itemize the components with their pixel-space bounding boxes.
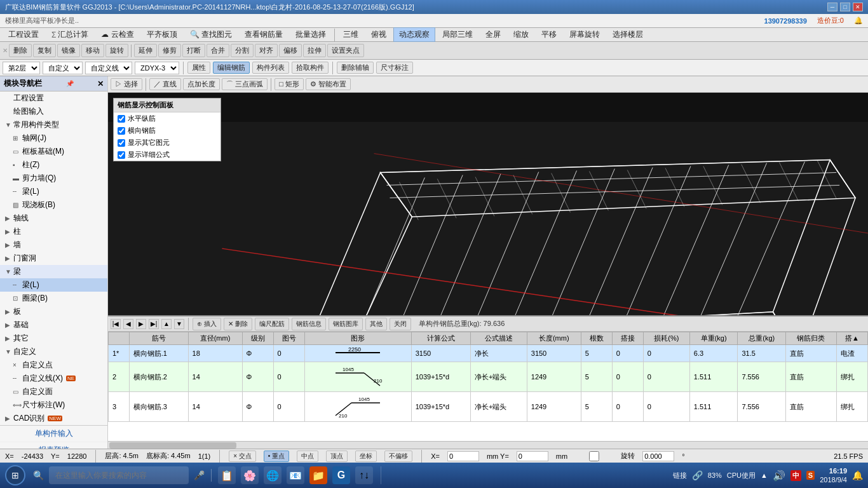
sidebar-item-beams[interactable]: ▼ 梁	[0, 265, 107, 278]
sidebar-item-custom[interactable]: ▼ 自定义	[0, 345, 107, 358]
menu-item-rotate[interactable]: 屏幕旋转	[564, 27, 606, 42]
nav-prev-btn[interactable]: ◀	[123, 319, 133, 329]
sidebar-item-custom-face[interactable]: ▭ 自定义面	[0, 385, 107, 398]
align-btn[interactable]: 对齐	[255, 44, 278, 57]
snap-no-offset-btn[interactable]: 不偏移	[384, 451, 412, 462]
scale-rebar-btn[interactable]: 编尺配筋	[255, 318, 289, 330]
nav-first-btn[interactable]: |◀	[111, 319, 121, 329]
sidebar-item-foundation[interactable]: ▶ 基础	[0, 318, 107, 332]
sidebar-item-other[interactable]: ▶ 其它	[0, 332, 107, 345]
menu-item-orbit[interactable]: 动态观察	[393, 27, 435, 42]
taskbar-app-7[interactable]: ↑↓	[355, 466, 373, 484]
sidebar-pin-icon[interactable]: 📌	[66, 80, 74, 87]
snap-coord-btn[interactable]: 坐标	[355, 451, 377, 462]
drawing-area[interactable]: ▷ 选择 ／ 直线 点加长度 ⌒ 三点画弧 □ 矩形 ⚙ 智能布置 钢筋显示控制…	[108, 76, 868, 449]
menu-item-zoom[interactable]: 缩放	[508, 27, 534, 42]
sidebar-item-beam-l2[interactable]: ╌ 梁(L)	[0, 278, 107, 292]
show-formula-cb[interactable]	[118, 151, 125, 159]
show-other-cb[interactable]	[118, 139, 125, 147]
table-row[interactable]: 3 横向钢筋.3 14 Φ 0 210 1045	[109, 392, 868, 422]
prop-btn[interactable]: 属性	[187, 62, 210, 74]
smart-layout-btn[interactable]: ⚙ 智能布置	[306, 78, 351, 90]
stretch-btn[interactable]: 拉伸	[303, 44, 326, 57]
table-row[interactable]: 1* 横向钢筋.1 18 Φ 0 2250 3150	[109, 345, 868, 362]
taskbar-search[interactable]	[49, 466, 189, 484]
menu-item-find[interactable]: 🔍 查找图元	[184, 27, 238, 42]
move-btn[interactable]: 移动	[81, 44, 104, 57]
menu-item-top[interactable]: 俯视	[365, 27, 392, 42]
comp-list-btn[interactable]: 构件列表	[252, 62, 289, 74]
custom-select2[interactable]: 自定义线	[85, 62, 132, 74]
nav-next-btn[interactable]: ▶	[136, 319, 146, 329]
sidebar-item-ringbeam[interactable]: ⊡ 圈梁(B)	[0, 292, 107, 305]
merge-btn[interactable]: 合并	[207, 44, 229, 57]
hriz-rebar-cb[interactable]	[118, 115, 125, 123]
insert-btn[interactable]: ⊕ 插入	[193, 318, 221, 330]
break-btn[interactable]: 打断	[182, 44, 205, 57]
report-preview-btn[interactable]: 报表预览	[0, 442, 107, 449]
sidebar-item-walls[interactable]: ▶ 墙	[0, 238, 107, 252]
rebar-lib-btn[interactable]: 钢筋图库	[329, 318, 363, 330]
menu-item-pan[interactable]: 平移	[536, 27, 562, 42]
sidebar-item-axes[interactable]: ▶ 轴线	[0, 212, 107, 225]
menu-item-cloud[interactable]: ☁ 云检查	[95, 27, 139, 42]
rotate-btn[interactable]: 旋转	[105, 44, 128, 57]
menu-item-local3d[interactable]: 局部三维	[437, 27, 478, 42]
minimize-btn[interactable]: ─	[827, 3, 837, 11]
custom-select1[interactable]: 自定义	[43, 62, 83, 74]
floor-select[interactable]: 第2层	[3, 62, 40, 74]
menu-item-fullscreen[interactable]: 全屏	[480, 27, 506, 42]
zdyx-select[interactable]: ZDYX-3	[135, 62, 179, 74]
extend-btn[interactable]: 延伸	[134, 44, 157, 57]
arc-btn[interactable]: ⌒ 三点画弧	[222, 78, 268, 90]
taskbar-app-g[interactable]: G	[332, 466, 350, 484]
grip-btn[interactable]: 设置夹点	[327, 44, 364, 57]
select-btn[interactable]: ▷ 选择	[111, 78, 142, 90]
sidebar-item-raft[interactable]: ▭ 框板基础(M)	[0, 145, 107, 158]
snap-endpoint-btn[interactable]: • 重点	[264, 451, 289, 462]
delete-btn[interactable]: 删除	[9, 44, 32, 57]
vert-rebar-cb[interactable]	[118, 127, 125, 135]
offset-btn[interactable]: 偏移	[279, 44, 302, 57]
table-hscroll[interactable]	[108, 441, 868, 449]
rotate-cb[interactable]	[575, 451, 613, 461]
single-comp-btn[interactable]: 单构件输入	[0, 426, 107, 442]
sidebar-item-cols[interactable]: ▶ 柱	[0, 225, 107, 238]
sidebar-item-settings[interactable]: 工程设置	[0, 92, 107, 105]
x-input[interactable]	[447, 451, 479, 461]
notif-bell-icon[interactable]: 🔔	[854, 17, 863, 25]
menu-item-batch[interactable]: 批量选择	[290, 27, 332, 42]
mirror-btn[interactable]: 镜像	[57, 44, 80, 57]
menu-item-settings[interactable]: 工程设置	[3, 27, 44, 42]
menu-item-calc[interactable]: Σ 汇总计算	[46, 27, 94, 42]
copy-btn[interactable]: 复制	[33, 44, 56, 57]
sidebar-item-beam-l[interactable]: ╌ 梁(L)	[0, 185, 107, 198]
sidebar-item-common[interactable]: ▼ 常用构件类型	[0, 118, 107, 132]
other-btn[interactable]: 其他	[365, 318, 387, 330]
menu-item-view-rebar[interactable]: 查看钢筋量	[239, 27, 288, 42]
sidebar-item-shearwall[interactable]: ▬ 剪力墙(Q)	[0, 172, 107, 185]
nav-last-btn[interactable]: ▶|	[149, 319, 159, 329]
split-btn[interactable]: 分割	[231, 44, 254, 57]
scroll-thumb[interactable]	[109, 442, 236, 449]
taskbar-app-5[interactable]: 📁	[309, 466, 327, 484]
pick-comp-btn[interactable]: 拾取构件	[292, 62, 329, 74]
taskbar-app-1[interactable]: 📋	[218, 466, 236, 484]
sidebar-item-slab[interactable]: ▨ 现浇板(B)	[0, 198, 107, 212]
notif-phone[interactable]: 13907298339	[764, 17, 807, 25]
sidebar-item-slabs2[interactable]: ▶ 板	[0, 305, 107, 318]
taskbar-app-2[interactable]: 🌸	[241, 466, 259, 484]
taskbar-app-4[interactable]: 📧	[287, 466, 304, 484]
sidebar-close-icon[interactable]: ✕	[97, 79, 104, 88]
sidebar-item-custom-line[interactable]: ╌ 自定义线(X) NE	[0, 372, 107, 385]
sidebar-item-openings[interactable]: ▶ 门窗洞	[0, 252, 107, 265]
dim-btn[interactable]: 尺寸标注	[376, 62, 413, 74]
sidebar-item-axis[interactable]: ⊞ 轴网(J)	[0, 132, 107, 145]
sidebar-item-dimension[interactable]: ⟺ 尺寸标注(W)	[0, 398, 107, 412]
sidebar-item-custom-pt[interactable]: × 自定义点	[0, 358, 107, 372]
snap-cross-btn[interactable]: × 交点	[229, 451, 256, 462]
close-tb-btn[interactable]: 关闭	[390, 318, 411, 330]
menu-item-floor-sel[interactable]: 选择楼层	[607, 27, 649, 42]
maximize-btn[interactable]: □	[840, 3, 850, 11]
rotate-input[interactable]	[642, 451, 674, 461]
